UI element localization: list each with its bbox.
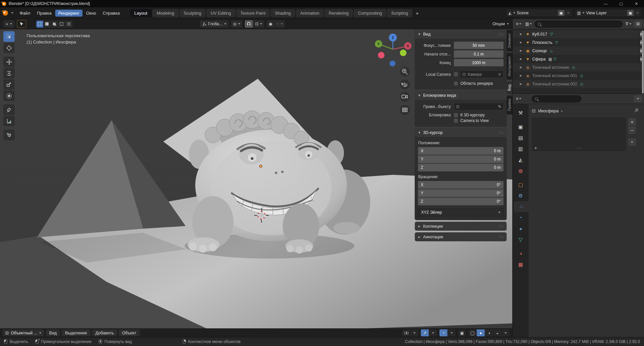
properties-tab-render[interactable]: ▣: [513, 121, 529, 132]
lock-object-field[interactable]: ⊡ ✎: [454, 103, 504, 110]
panel-view-header[interactable]: ▼ Вид ∷∷: [415, 30, 507, 39]
value-field[interactable]: 0.1 m: [454, 50, 504, 58]
tool-measure[interactable]: [3, 116, 15, 126]
properties-tab-scene[interactable]: ◭: [513, 154, 529, 165]
camera-to-view-checkbox[interactable]: [454, 119, 458, 123]
chevron-down-icon[interactable]: [502, 329, 510, 336]
expand-icon[interactable]: ▶: [520, 33, 523, 36]
select-mode-subtract[interactable]: [51, 21, 58, 28]
menubar-menu[interactable]: Правка: [34, 10, 55, 17]
snap-target-icon[interactable]: ⊡: [253, 20, 264, 28]
minimize-button[interactable]: —: [598, 0, 613, 7]
chevron-down-icon[interactable]: [429, 329, 437, 336]
value-field[interactable]: 1000 m: [454, 59, 504, 66]
add-item-button[interactable]: +: [628, 118, 636, 126]
remove-item-button[interactable]: −: [628, 126, 636, 134]
render-region-checkbox[interactable]: [454, 81, 458, 86]
outliner-item-row[interactable]: ▶▼Сфера▦▽: [513, 55, 644, 63]
outliner-item-row[interactable]: ▶◉Точечный источник◎: [513, 63, 644, 71]
menubar-menu[interactable]: Справка: [100, 10, 123, 17]
n-panel-tab[interactable]: Элемент: [507, 30, 512, 52]
tool-annotate[interactable]: [3, 104, 15, 115]
tool-rotate[interactable]: [3, 68, 15, 78]
properties-tab-world[interactable]: ◍: [513, 165, 529, 176]
maximize-button[interactable]: ▢: [613, 0, 629, 7]
show-object-types-icon[interactable]: [402, 329, 410, 336]
workspace-tab[interactable]: Shading: [270, 9, 295, 17]
outliner-item-label[interactable]: Сфера: [532, 57, 546, 61]
workspace-tab[interactable]: Modeling: [152, 9, 179, 17]
n-panel-tab[interactable]: Инструмент: [507, 53, 512, 80]
editor-type-dropdown[interactable]: ≡: [515, 95, 523, 102]
properties-tab-object[interactable]: ▢: [513, 179, 529, 190]
viewport-menu[interactable]: Выделение: [62, 329, 90, 336]
cursor-rotation-field[interactable]: Y0°: [418, 189, 504, 197]
visibility-eye-open-icon[interactable]: [641, 57, 641, 61]
tool-cursor[interactable]: [3, 43, 15, 53]
transform-orientation-dropdown[interactable]: Глоба...: [200, 20, 229, 28]
viewport-3d-canvas[interactable]: Z Y X: [0, 29, 512, 328]
select-mode-new[interactable]: [36, 21, 43, 28]
unlink-scene-icon[interactable]: ×: [566, 11, 570, 15]
tool-transform[interactable]: [3, 90, 15, 101]
outliner-view-layer-icon[interactable]: ▥: [524, 21, 533, 28]
outliner-item-label[interactable]: Точечный источник.002: [532, 82, 577, 86]
cursor-rotation-field[interactable]: X0°: [418, 181, 504, 189]
panel-view-lock-header[interactable]: ▼ Блокировка вида: [415, 91, 507, 100]
cursor-location-field[interactable]: Z0 m: [418, 164, 504, 172]
shading-material-icon[interactable]: ◑: [485, 329, 493, 336]
shading-solid-icon[interactable]: ●: [477, 329, 485, 336]
workspace-tab[interactable]: Scripting: [387, 9, 412, 17]
visibility-eye-open-icon[interactable]: [641, 40, 641, 45]
view-layer-name[interactable]: View Layer: [586, 11, 625, 15]
select-mode-extend[interactable]: [44, 21, 51, 28]
outliner-item-label[interactable]: Куб.017: [532, 32, 547, 37]
cursor-rotation-field[interactable]: Z0°: [418, 197, 504, 205]
select-mode-intersect[interactable]: [66, 21, 73, 28]
cursor-location-field[interactable]: X0 m: [418, 147, 504, 155]
view-layer-selector[interactable]: ▥ View Layer ▣ ×: [575, 9, 641, 17]
shading-wireframe-icon[interactable]: ◯: [468, 329, 476, 336]
tool-move[interactable]: [3, 57, 15, 67]
new-view-layer-button[interactable]: ▣: [627, 10, 634, 16]
menubar-menu[interactable]: Файл: [17, 10, 33, 17]
viewport-menu[interactable]: Вид: [46, 329, 60, 336]
rotation-mode-dropdown[interactable]: XYZ Эйлер: [418, 208, 504, 216]
gizmo-icon[interactable]: ↗: [421, 329, 429, 336]
viewport-menu[interactable]: Объект: [119, 329, 140, 336]
clear-camera-icon[interactable]: ✕: [498, 72, 501, 77]
chevron-down-icon[interactable]: [448, 329, 456, 336]
expand-icon[interactable]: ▶: [520, 66, 523, 69]
proportional-edit-icon[interactable]: ◉: [267, 20, 274, 28]
tool-scale[interactable]: [3, 79, 15, 90]
zoom-button[interactable]: [400, 67, 410, 77]
cursor-location-field[interactable]: Y0 m: [418, 155, 504, 163]
n-panel-tab[interactable]: Правка: [507, 95, 512, 114]
expand-icon[interactable]: ▶: [535, 146, 537, 150]
blender-menu-button[interactable]: [3, 10, 13, 16]
options-dropdown[interactable]: Опции: [492, 22, 509, 26]
workspace-tab[interactable]: Animation: [296, 9, 324, 17]
gizmo-x-negative[interactable]: [378, 52, 385, 58]
panel-grip-icon[interactable]: ∷∷: [499, 235, 504, 239]
workspace-tab[interactable]: Texture Paint: [236, 9, 270, 17]
pin-icon[interactable]: [634, 108, 639, 114]
add-workspace-button[interactable]: +: [413, 10, 421, 17]
workspace-tab[interactable]: Sculpting: [179, 9, 206, 17]
outliner-item-row[interactable]: ▶◉Точечный источник.001◎: [513, 71, 644, 80]
outliner-display-mode-dropdown[interactable]: ≡: [515, 21, 523, 28]
tool-add-primitive[interactable]: [3, 130, 15, 140]
panel-grip-icon[interactable]: ∷∷: [499, 131, 504, 135]
menubar-menu[interactable]: Рендеринг: [55, 10, 82, 17]
gizmo-z-negative[interactable]: [390, 60, 396, 66]
outliner-search-input[interactable]: [535, 21, 623, 28]
panel-grip-icon[interactable]: ∷∷: [499, 224, 504, 228]
expand-icon[interactable]: ▶: [520, 58, 523, 60]
properties-tab-physics[interactable]: ◔: [513, 212, 529, 223]
active-tool-selector[interactable]: +: [3, 20, 14, 28]
specials-dropdown[interactable]: [628, 138, 636, 146]
overlays-icon[interactable]: ◔: [439, 329, 447, 336]
snap-magnet-icon[interactable]: [245, 20, 253, 28]
outliner-scrollbar[interactable]: [642, 31, 644, 93]
expand-icon[interactable]: ▶: [520, 49, 523, 52]
